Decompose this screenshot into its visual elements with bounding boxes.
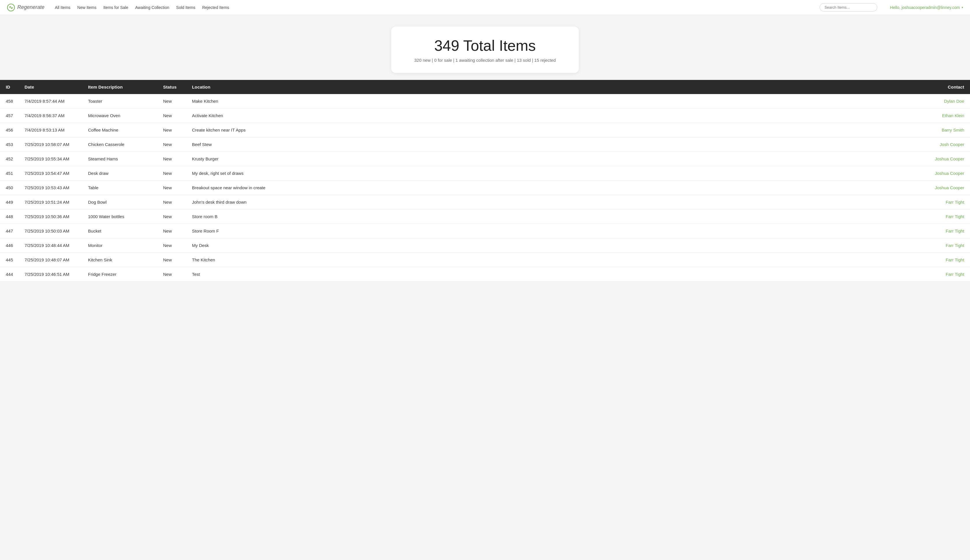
cell-id: 450 (0, 181, 19, 195)
cell-id: 447 (0, 224, 19, 238)
chevron-down-icon: ▾ (962, 6, 963, 9)
nav-all-items[interactable]: All Items (55, 5, 70, 10)
cell-description: Steamed Hams (82, 152, 157, 166)
table-header: ID Date Item Description Status Location… (0, 80, 970, 94)
cell-contact[interactable]: Ethan Klein (912, 108, 970, 123)
table-row[interactable]: 447 7/25/2019 10:50:03 AM Bucket New Sto… (0, 224, 970, 238)
nav-links: All Items New Items Items for Sale Await… (55, 5, 811, 10)
cell-location: Krusty Burger (186, 152, 912, 166)
search-input[interactable] (820, 3, 877, 12)
cell-contact[interactable]: Joshua Cooper (912, 166, 970, 181)
cell-status: New (157, 195, 186, 210)
cell-location: Breakout space near window in create (186, 181, 912, 195)
cell-date: 7/25/2019 10:46:51 AM (19, 267, 82, 282)
cell-id: 456 (0, 123, 19, 137)
items-table-section: ID Date Item Description Status Location… (0, 80, 970, 293)
table-row[interactable]: 449 7/25/2019 10:51:24 AM Dog Bowl New J… (0, 195, 970, 210)
cell-description: Kitchen Sink (82, 253, 157, 267)
table-row[interactable]: 456 7/4/2019 8:53:13 AM Coffee Machine N… (0, 123, 970, 137)
cell-location: Activate Kitchen (186, 108, 912, 123)
table-row[interactable]: 457 7/4/2019 8:56:37 AM Microwave Oven N… (0, 108, 970, 123)
cell-status: New (157, 210, 186, 224)
cell-id: 445 (0, 253, 19, 267)
cell-location: The Kitchen (186, 253, 912, 267)
cell-status: New (157, 108, 186, 123)
cell-status: New (157, 166, 186, 181)
logo-text: Regenerate (17, 4, 45, 10)
cell-id: 457 (0, 108, 19, 123)
cell-contact[interactable]: Joshua Cooper (912, 181, 970, 195)
table-row[interactable]: 448 7/25/2019 10:50:36 AM 1000 Water bot… (0, 210, 970, 224)
table-row[interactable]: 452 7/25/2019 10:55:34 AM Steamed Hams N… (0, 152, 970, 166)
col-header-date: Date (19, 80, 82, 94)
cell-contact[interactable]: Barry Smith (912, 123, 970, 137)
user-menu[interactable]: Hello, joshuacooperadmin@linney.com ▾ (890, 5, 963, 10)
cell-date: 7/25/2019 10:55:34 AM (19, 152, 82, 166)
cell-description: Fridge Freezer (82, 267, 157, 282)
cell-contact[interactable]: Farr Tight (912, 238, 970, 253)
cell-date: 7/25/2019 10:50:36 AM (19, 210, 82, 224)
cell-status: New (157, 137, 186, 152)
cell-id: 451 (0, 166, 19, 181)
cell-location: Create kitchen near IT Apps (186, 123, 912, 137)
cell-contact[interactable]: Joshua Cooper (912, 152, 970, 166)
cell-contact[interactable]: Farr Tight (912, 253, 970, 267)
cell-status: New (157, 152, 186, 166)
table-row[interactable]: 451 7/25/2019 10:54:47 AM Desk draw New … (0, 166, 970, 181)
cell-date: 7/25/2019 10:58:07 AM (19, 137, 82, 152)
user-greeting: Hello, joshuacooperadmin@linney.com (890, 5, 960, 10)
cell-date: 7/4/2019 8:57:44 AM (19, 94, 82, 108)
cell-date: 7/25/2019 10:51:24 AM (19, 195, 82, 210)
cell-date: 7/25/2019 10:53:43 AM (19, 181, 82, 195)
cell-description: Dog Bowl (82, 195, 157, 210)
table-row[interactable]: 458 7/4/2019 8:57:44 AM Toaster New Make… (0, 94, 970, 108)
table-row[interactable]: 446 7/25/2019 10:48:44 AM Monitor New My… (0, 238, 970, 253)
cell-description: Table (82, 181, 157, 195)
cell-contact[interactable]: Farr Tight (912, 210, 970, 224)
cell-id: 446 (0, 238, 19, 253)
cell-id: 449 (0, 195, 19, 210)
table-row[interactable]: 453 7/25/2019 10:58:07 AM Chicken Casser… (0, 137, 970, 152)
table-row[interactable]: 450 7/25/2019 10:53:43 AM Table New Brea… (0, 181, 970, 195)
cell-date: 7/4/2019 8:56:37 AM (19, 108, 82, 123)
cell-status: New (157, 267, 186, 282)
items-table: ID Date Item Description Status Location… (0, 80, 970, 282)
cell-status: New (157, 224, 186, 238)
table-row[interactable]: 444 7/25/2019 10:46:51 AM Fridge Freezer… (0, 267, 970, 282)
cell-date: 7/25/2019 10:48:44 AM (19, 238, 82, 253)
cell-location: Beef Stew (186, 137, 912, 152)
cell-description: Chicken Casserole (82, 137, 157, 152)
cell-contact[interactable]: Josh Cooper (912, 137, 970, 152)
table-body: 458 7/4/2019 8:57:44 AM Toaster New Make… (0, 94, 970, 282)
cell-status: New (157, 94, 186, 108)
cell-location: Test (186, 267, 912, 282)
cell-contact[interactable]: Farr Tight (912, 195, 970, 210)
cell-contact[interactable]: Dylan Doe (912, 94, 970, 108)
cell-date: 7/25/2019 10:50:03 AM (19, 224, 82, 238)
logo[interactable]: Regenerate (7, 3, 45, 12)
cell-date: 7/4/2019 8:53:13 AM (19, 123, 82, 137)
cell-description: Microwave Oven (82, 108, 157, 123)
cell-location: John's desk third draw down (186, 195, 912, 210)
cell-status: New (157, 253, 186, 267)
nav-new-items[interactable]: New Items (77, 5, 97, 10)
cell-description: Bucket (82, 224, 157, 238)
nav-rejected-items[interactable]: Rejected Items (202, 5, 229, 10)
nav-awaiting-collection[interactable]: Awaiting Collection (135, 5, 169, 10)
cell-contact[interactable]: Farr Tight (912, 267, 970, 282)
cell-location: Store Room F (186, 224, 912, 238)
logo-icon (7, 3, 15, 12)
nav-items-for-sale[interactable]: Items for Sale (104, 5, 128, 10)
col-header-location: Location (186, 80, 912, 94)
cell-contact[interactable]: Farr Tight (912, 224, 970, 238)
cell-id: 448 (0, 210, 19, 224)
cell-id: 453 (0, 137, 19, 152)
cell-description: Toaster (82, 94, 157, 108)
cell-status: New (157, 238, 186, 253)
nav-sold-items[interactable]: Sold Items (176, 5, 195, 10)
cell-id: 458 (0, 94, 19, 108)
cell-location: Store room B (186, 210, 912, 224)
table-row[interactable]: 445 7/25/2019 10:48:07 AM Kitchen Sink N… (0, 253, 970, 267)
table-header-row: ID Date Item Description Status Location… (0, 80, 970, 94)
cell-location: Make Kitchen (186, 94, 912, 108)
